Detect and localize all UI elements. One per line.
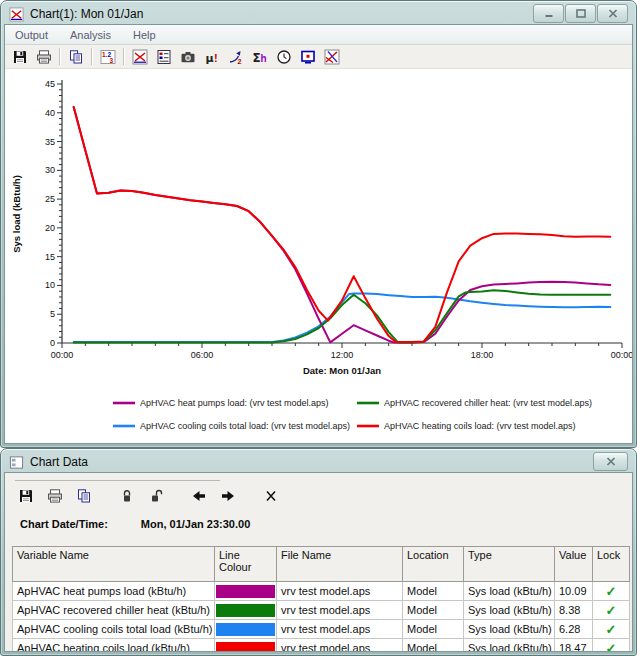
- legend-group: ApHVAC heat pumps load: (vrv test model.…: [113, 398, 592, 431]
- svg-text:µ: µ: [205, 51, 213, 64]
- svg-text:!: !: [214, 51, 218, 63]
- col-variable-name[interactable]: Variable Name: [13, 547, 215, 582]
- chart-data-toolbar: [5, 473, 632, 505]
- legend-label: ApHVAC recovered chiller heat: (vrv test…: [384, 398, 592, 408]
- line-colour-swatch[interactable]: [216, 623, 275, 636]
- minimize-button[interactable]: [533, 4, 564, 23]
- lock-check-icon[interactable]: ✓: [606, 622, 617, 637]
- x-tick-label: 06:00: [191, 350, 214, 360]
- previous-arrow-icon[interactable]: [188, 486, 209, 505]
- y-tick-label: 30: [45, 165, 55, 175]
- close-button[interactable]: [593, 452, 628, 471]
- window-controls: [533, 4, 628, 23]
- x-tick-label: 18:00: [471, 350, 494, 360]
- chart-data-window: Chart Data Chart Date/Time: Mon, 01/Jan …: [0, 448, 637, 656]
- y-tick-label: 0: [50, 338, 55, 348]
- y-tick-label: 25: [45, 194, 55, 204]
- chart-data-title: Chart Data: [30, 455, 88, 469]
- col-value[interactable]: Value: [555, 547, 593, 582]
- delete-icon[interactable]: [260, 486, 281, 505]
- col-location[interactable]: Location: [403, 547, 464, 582]
- svg-text:h: h: [260, 52, 266, 63]
- x-tick-label: 12:00: [331, 350, 354, 360]
- table-row[interactable]: ApHVAC recovered chiller heat (kBtu/h)vr…: [13, 601, 630, 620]
- close-button[interactable]: [597, 4, 628, 23]
- combined-chart-icon[interactable]: [321, 47, 342, 66]
- chart-area: 00:0006:0012:0018:0000:00051015202530354…: [5, 69, 632, 444]
- toolbar-separator: [59, 48, 60, 65]
- table-row[interactable]: ApHVAC cooling coils total load (kBtu/h)…: [13, 620, 630, 639]
- x-axis-title: Date: Mon 01/Jan: [303, 365, 381, 376]
- next-arrow-icon[interactable]: [217, 486, 238, 505]
- y-tick-label: 35: [45, 137, 55, 147]
- toolbar-separator: [123, 48, 124, 65]
- x-tick-label: 00:00: [611, 350, 632, 360]
- x-tick-label: 00:00: [51, 350, 74, 360]
- menu-analysis[interactable]: Analysis: [70, 29, 111, 41]
- menubar: Output Analysis Help: [5, 25, 632, 45]
- series-group: [74, 107, 611, 342]
- copy-icon[interactable]: [73, 486, 94, 505]
- copy-icon[interactable]: [65, 47, 86, 66]
- window-controls: [593, 452, 628, 471]
- line-chart-icon[interactable]: [129, 47, 150, 66]
- lock-icon[interactable]: [116, 486, 137, 505]
- y-tick-label: 10: [45, 280, 55, 290]
- unlock-icon[interactable]: [145, 486, 166, 505]
- chart-data-table: Variable Name Line Colour File Name Loca…: [12, 546, 630, 652]
- legend-label: ApHVAC cooling coils total load: (vrv te…: [140, 421, 350, 431]
- annotate-arrow-icon[interactable]: 2: [225, 47, 246, 66]
- line-colour-swatch[interactable]: [216, 642, 275, 653]
- line-colour-swatch[interactable]: [216, 604, 275, 617]
- chart-legend-icon[interactable]: [153, 47, 174, 66]
- y-tick-label: 40: [45, 108, 55, 118]
- axes-group: 00:0006:0012:0018:0000:00051015202530354…: [45, 79, 632, 360]
- legend-label: ApHVAC heating coils load: (vrv test mod…: [384, 421, 575, 431]
- toolbar-separator: [91, 48, 92, 65]
- print-icon[interactable]: [33, 47, 54, 66]
- table-row[interactable]: ApHVAC heat pumps load (kBtu/h)vrv test …: [13, 582, 630, 601]
- line-colour-swatch[interactable]: [216, 585, 275, 598]
- chart-svg: 00:0006:0012:0018:0000:00051015202530354…: [5, 69, 632, 444]
- col-file-name[interactable]: File Name: [277, 547, 403, 582]
- chart-toolbar: 1.23 µ! 2 Σh: [5, 45, 632, 69]
- y-tick-label: 15: [45, 252, 55, 262]
- col-lock[interactable]: Lock: [593, 547, 630, 582]
- save-icon[interactable]: [15, 486, 36, 505]
- y-tick-label: 45: [45, 79, 55, 89]
- chart-window: Chart(1): Mon 01/Jan Output Analysis Hel…: [0, 0, 637, 448]
- chart-datetime-row: Chart Date/Time: Mon, 01/Jan 23:30.00: [5, 505, 632, 530]
- mean-stat-icon[interactable]: µ!: [201, 47, 222, 66]
- chart-datetime-label: Chart Date/Time:: [20, 518, 108, 530]
- save-icon[interactable]: [9, 47, 30, 66]
- maximize-button[interactable]: [565, 4, 596, 23]
- chart-window-content: Output Analysis Help 1.23 µ! 2 Σh 00:000…: [4, 24, 633, 444]
- table-row[interactable]: ApHVAC heating coils load (kBtu/h)vrv te…: [13, 639, 630, 653]
- table-body: ApHVAC heat pumps load (kBtu/h)vrv test …: [13, 582, 630, 653]
- svg-text:3: 3: [109, 56, 113, 63]
- y-tick-label: 20: [45, 223, 55, 233]
- model-view-icon[interactable]: [297, 47, 318, 66]
- svg-text:Σ: Σ: [252, 50, 260, 64]
- y-tick-label: 5: [50, 309, 55, 319]
- lock-check-icon[interactable]: ✓: [606, 584, 617, 599]
- camera-icon[interactable]: [177, 47, 198, 66]
- chart-window-titlebar[interactable]: Chart(1): Mon 01/Jan: [1, 1, 636, 25]
- chart-datetime-value: Mon, 01/Jan 23:30.00: [141, 518, 250, 530]
- sum-sigma-icon[interactable]: Σh: [249, 47, 270, 66]
- lock-check-icon[interactable]: ✓: [606, 641, 617, 653]
- col-line-colour[interactable]: Line Colour: [215, 547, 277, 582]
- lock-check-icon[interactable]: ✓: [606, 603, 617, 618]
- toolbar-rule: [15, 480, 220, 481]
- menu-help[interactable]: Help: [133, 29, 156, 41]
- number-format-icon[interactable]: 1.23: [97, 47, 118, 66]
- legend-label: ApHVAC heat pumps load: (vrv test model.…: [140, 398, 328, 408]
- svg-text:2: 2: [237, 57, 241, 64]
- menu-output[interactable]: Output: [15, 29, 48, 41]
- print-icon[interactable]: [44, 486, 65, 505]
- y-axis-title: Sys load (kBtu/h): [11, 175, 22, 253]
- chart-data-titlebar[interactable]: Chart Data: [1, 449, 636, 473]
- clock-icon[interactable]: [273, 47, 294, 66]
- col-type[interactable]: Type: [464, 547, 555, 582]
- table-header-row: Variable Name Line Colour File Name Loca…: [13, 547, 630, 582]
